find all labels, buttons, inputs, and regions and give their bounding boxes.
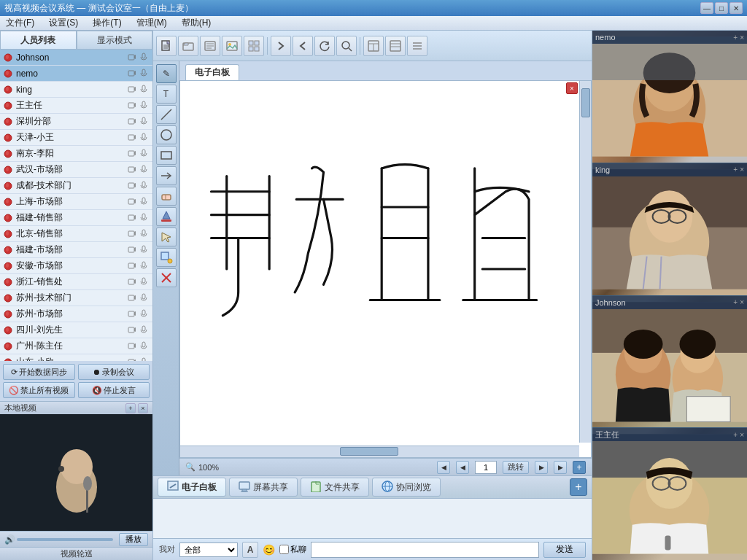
- person-camera-icon[interactable]: [128, 325, 138, 335]
- person-mic-icon[interactable]: [139, 341, 150, 351]
- person-item[interactable]: 王主任: [0, 98, 152, 114]
- person-mic-icon[interactable]: [139, 52, 150, 63]
- menu-operations[interactable]: 操作(T): [90, 17, 124, 29]
- close-button[interactable]: ✕: [729, 2, 743, 14]
- person-item[interactable]: 浙江-销售处: [0, 274, 152, 290]
- tool-text[interactable]: T: [156, 85, 177, 104]
- person-item[interactable]: 武汉-市场部: [0, 162, 152, 178]
- person-mic-icon[interactable]: [139, 117, 150, 127]
- person-item[interactable]: 安徽-市场部: [0, 258, 152, 274]
- person-camera-icon[interactable]: [128, 213, 138, 223]
- tab-co-browse[interactable]: 协同浏览: [372, 478, 441, 497]
- tool-arrow[interactable]: [156, 166, 177, 185]
- person-mic-icon[interactable]: [139, 245, 150, 255]
- tool-circle[interactable]: [156, 125, 177, 144]
- chat-emoji-button[interactable]: 😊: [263, 544, 275, 556]
- tool-pen[interactable]: ✎: [156, 64, 177, 83]
- record-button[interactable]: ⏺ 录制会议: [78, 364, 150, 380]
- person-mic-icon[interactable]: [139, 357, 150, 362]
- person-mic-icon[interactable]: [139, 261, 150, 271]
- person-mic-icon[interactable]: [139, 101, 150, 111]
- person-item[interactable]: 山东-小欣: [0, 354, 152, 361]
- whiteboard-scrollbar-horizontal[interactable]: [180, 446, 579, 457]
- person-mic-icon[interactable]: [139, 293, 150, 303]
- person-item[interactable]: 福建-销售部: [0, 210, 152, 226]
- local-video-close[interactable]: ×: [138, 403, 148, 413]
- person-mic-icon[interactable]: [139, 69, 150, 79]
- king-close-icon[interactable]: ×: [740, 166, 744, 174]
- tool-eraser[interactable]: [156, 187, 177, 206]
- tb-grid-button[interactable]: [244, 36, 264, 56]
- tab-people-list[interactable]: 人员列表: [0, 31, 77, 50]
- tab-display-mode[interactable]: 显示模式: [77, 31, 153, 50]
- whiteboard-canvas[interactable]: ×: [179, 80, 592, 458]
- maximize-button[interactable]: □: [715, 2, 728, 14]
- volume-slider[interactable]: [17, 538, 113, 541]
- person-mic-icon[interactable]: [139, 325, 150, 335]
- person-camera-icon[interactable]: [128, 341, 138, 351]
- person-item[interactable]: 苏州-市场部: [0, 306, 152, 322]
- person-camera-icon[interactable]: [128, 69, 138, 79]
- tool-fill[interactable]: [156, 207, 177, 226]
- local-video-settings[interactable]: +: [125, 403, 136, 413]
- wangzhurez-close-icon[interactable]: ×: [740, 431, 744, 439]
- person-camera-icon[interactable]: [128, 52, 138, 63]
- person-camera-icon[interactable]: [128, 277, 138, 287]
- person-item[interactable]: Johnson: [0, 50, 152, 66]
- tb-new-button[interactable]: [156, 36, 177, 56]
- person-mic-icon[interactable]: [139, 181, 150, 191]
- tb-forward-button[interactable]: [271, 36, 291, 56]
- tool-delete[interactable]: [156, 268, 177, 287]
- tab-file-share[interactable]: 文件共享: [301, 478, 369, 497]
- person-camera-icon[interactable]: [128, 197, 138, 207]
- tab-add-button[interactable]: +: [570, 478, 587, 496]
- tb-layout-button[interactable]: [363, 36, 384, 56]
- person-camera-icon[interactable]: [128, 165, 138, 175]
- prev-page-button-2[interactable]: ◀: [456, 461, 469, 474]
- disable-video-button[interactable]: 🚫 禁止所有视频: [3, 382, 75, 398]
- wb-tab-whiteboard[interactable]: 电子白板: [185, 64, 239, 80]
- person-camera-icon[interactable]: [128, 117, 138, 127]
- tab-screen-share[interactable]: 屏幕共享: [229, 478, 298, 497]
- person-camera-icon[interactable]: [128, 261, 138, 271]
- person-mic-icon[interactable]: [139, 277, 150, 287]
- play-button[interactable]: 播放: [119, 533, 148, 546]
- menu-help[interactable]: 帮助(H): [179, 17, 214, 29]
- person-camera-icon[interactable]: [128, 181, 138, 191]
- person-item[interactable]: 福建-市场部: [0, 242, 152, 258]
- tb-open-button[interactable]: [178, 36, 198, 56]
- page-number-input[interactable]: [475, 461, 497, 474]
- tb-edit-button[interactable]: [200, 36, 220, 56]
- person-mic-icon[interactable]: [139, 149, 150, 159]
- person-item[interactable]: 上海-市场部: [0, 194, 152, 210]
- nemo-close-icon[interactable]: ×: [740, 34, 744, 42]
- chat-font-button[interactable]: A: [242, 542, 258, 558]
- person-camera-icon[interactable]: [128, 85, 138, 95]
- next-page-button-2[interactable]: ▶: [554, 461, 567, 474]
- person-camera-icon[interactable]: [128, 357, 138, 362]
- person-camera-icon[interactable]: [128, 101, 138, 111]
- person-camera-icon[interactable]: [128, 293, 138, 303]
- person-item[interactable]: nemo: [0, 66, 152, 82]
- chat-text-input[interactable]: [311, 542, 539, 558]
- person-camera-icon[interactable]: [128, 309, 138, 319]
- person-item[interactable]: 北京-销售部: [0, 226, 152, 242]
- tb-refresh-button[interactable]: [314, 36, 335, 56]
- person-mic-icon[interactable]: [139, 133, 150, 143]
- person-item[interactable]: 深圳分部: [0, 114, 152, 130]
- nemo-settings-icon[interactable]: +: [733, 34, 738, 42]
- person-item[interactable]: 成都-技术部门: [0, 178, 152, 194]
- johnson-settings-icon[interactable]: +: [733, 298, 738, 306]
- person-mic-icon[interactable]: [139, 229, 150, 239]
- chat-to-select[interactable]: 全部: [179, 542, 238, 557]
- minimize-button[interactable]: —: [700, 2, 713, 14]
- person-item[interactable]: king: [0, 82, 152, 98]
- person-mic-icon[interactable]: [139, 197, 150, 207]
- person-camera-icon[interactable]: [128, 245, 138, 255]
- person-camera-icon[interactable]: [128, 149, 138, 159]
- tb-view-button[interactable]: [385, 36, 406, 56]
- person-item[interactable]: 南京-李阳: [0, 146, 152, 162]
- tb-search-button[interactable]: [336, 36, 357, 56]
- tool-line[interactable]: [156, 105, 177, 124]
- tb-back-button[interactable]: [293, 36, 313, 56]
